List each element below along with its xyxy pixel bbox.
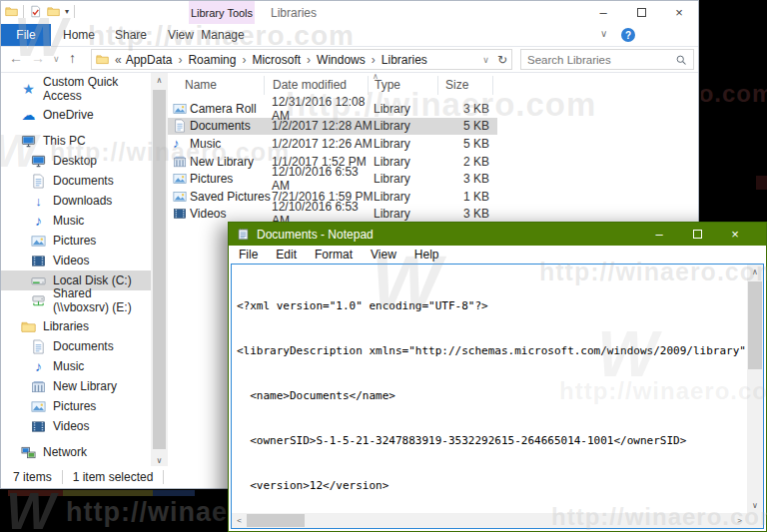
file-row-documents-selected[interactable]: Documents 1/2/2017 12:28 AM Library 5 KB	[168, 118, 497, 136]
scrollbar-thumb[interactable]	[748, 281, 762, 369]
tab-manage[interactable]: Manage	[197, 24, 249, 46]
menu-view[interactable]: View	[362, 248, 405, 262]
sidebar-item-this-pc[interactable]: This PC	[1, 131, 151, 151]
address-bar[interactable]: « AppData › Roaming › Microsoft › Window…	[91, 49, 512, 70]
sidebar-item-desktop[interactable]: Desktop	[1, 151, 151, 171]
scroll-down-icon[interactable]: ∨	[747, 498, 763, 513]
file-row-pictures[interactable]: Pictures 12/10/2016 6:53 AM Library 3 KB	[168, 170, 700, 188]
sidebar-item-custom-quick-access[interactable]: ★Custom Quick Access	[1, 79, 151, 99]
breadcrumb-libraries[interactable]: Libraries	[380, 53, 429, 67]
desktop-icon	[31, 154, 46, 169]
column-header-size[interactable]: Size	[445, 78, 468, 92]
sidebar-item-libraries-music[interactable]: ♪Music	[1, 356, 151, 376]
library-tools-contextual-tab[interactable]: Library Tools	[189, 1, 255, 24]
column-header-name[interactable]: Name	[185, 78, 217, 92]
column-divider[interactable]	[368, 76, 369, 95]
breadcrumb-chevron-icon[interactable]: ›	[303, 53, 315, 67]
document-icon	[31, 339, 46, 354]
sidebar-item-pictures[interactable]: Pictures	[1, 231, 151, 251]
sidebar-item-libraries-pictures[interactable]: Pictures	[1, 396, 151, 416]
sidebar-item-label: Documents	[53, 339, 114, 353]
search-placeholder: Search Libraries	[527, 54, 611, 66]
horizontal-scrollbar[interactable]: < >	[232, 513, 747, 528]
help-icon[interactable]: ?	[621, 28, 635, 42]
breadcrumb-roaming[interactable]: Roaming	[186, 53, 238, 67]
notepad-text-area[interactable]: <?xml version="1.0" encoding="UTF-8"?> <…	[231, 264, 764, 529]
properties-icon[interactable]	[29, 5, 42, 18]
sidebar-item-libraries-documents[interactable]: Documents	[1, 336, 151, 356]
close-button[interactable]: ×	[716, 223, 754, 246]
up-button[interactable]: ↑	[69, 51, 76, 65]
breadcrumb-overflow-icon[interactable]: «	[113, 53, 124, 67]
tab-share[interactable]: Share	[107, 24, 155, 46]
file-row-music[interactable]: ♪ Music 1/2/2017 12:26 AM Library 5 KB	[168, 135, 700, 153]
sidebar-item-music[interactable]: ♪Music	[1, 211, 151, 231]
menu-edit[interactable]: Edit	[267, 248, 306, 262]
search-box[interactable]: Search Libraries	[520, 49, 694, 70]
file-name: Pictures	[190, 172, 272, 186]
minimize-button[interactable]: –	[640, 223, 678, 246]
watermark-fragment: http://winaero.com	[701, 80, 767, 110]
scroll-up-icon[interactable]: ∧	[747, 265, 763, 279]
recent-locations-dropdown-icon[interactable]: ∨	[53, 55, 60, 64]
sidebar-item-shared-vboxsrv[interactable]: Shared (\\vboxsrv) (E:)	[1, 290, 151, 310]
scroll-left-icon[interactable]: <	[232, 513, 247, 528]
address-dropdown-icon[interactable]: ∨	[482, 55, 489, 65]
location-folder-icon	[96, 53, 109, 66]
scroll-right-icon[interactable]: >	[732, 513, 747, 528]
menu-help[interactable]: Help	[405, 248, 448, 262]
scrollbar-thumb[interactable]	[153, 90, 166, 449]
sidebar-item-documents[interactable]: Documents	[1, 171, 151, 191]
column-divider[interactable]	[264, 76, 265, 95]
breadcrumb-windows[interactable]: Windows	[315, 53, 368, 67]
forward-button[interactable]: →	[31, 51, 45, 65]
music-note-icon: ♪	[168, 137, 190, 150]
column-header-type[interactable]: Type	[375, 78, 400, 92]
tab-file[interactable]: File	[1, 24, 51, 46]
xml-document-content[interactable]: <?xml version="1.0" encoding="UTF-8"?> <…	[237, 268, 745, 529]
breadcrumb-appdata[interactable]: AppData	[124, 53, 175, 67]
scrollbar-thumb[interactable]	[247, 514, 305, 527]
breadcrumb-chevron-icon[interactable]: ›	[368, 53, 380, 67]
minimize-button[interactable]: –	[584, 1, 622, 23]
sidebar-item-new-library[interactable]: New Library	[1, 376, 151, 396]
breadcrumb-microsoft[interactable]: Microsoft	[250, 53, 303, 67]
close-button[interactable]: ×	[660, 1, 698, 23]
navigation-bar: ← → ∨ ↑ « AppData › Roaming › Microsoft …	[1, 47, 698, 73]
sidebar-scrollbar[interactable]: ∧ ∨	[151, 73, 168, 468]
customize-qat-dropdown-icon[interactable]: ▾	[65, 8, 69, 16]
file-date: 1/2/2017 12:28 AM	[272, 119, 374, 133]
sidebar-item-network[interactable]: Network	[1, 442, 151, 462]
tab-home[interactable]: Home	[55, 24, 103, 46]
column-divider[interactable]	[437, 76, 438, 95]
file-row-new-library[interactable]: New Library 1/1/2017 1:52 PM Library 2 K…	[168, 153, 700, 171]
column-divider[interactable]	[492, 76, 493, 95]
sidebar-item-label: Videos	[53, 254, 89, 267]
file-row-saved-pictures[interactable]: Saved Pictures 7/21/2016 1:59 PM Library…	[168, 188, 700, 206]
back-button[interactable]: ←	[9, 51, 23, 65]
file-row-camera-roll[interactable]: Camera Roll 12/31/2016 12:08 AM Library …	[168, 100, 700, 118]
file-row-videos[interactable]: Videos 12/10/2016 6:53 AM Library 3 KB	[168, 206, 700, 224]
refresh-icon[interactable]: ↻	[497, 53, 507, 67]
breadcrumb-chevron-icon[interactable]: ›	[238, 53, 250, 67]
new-folder-icon[interactable]	[47, 5, 60, 18]
sidebar-item-videos[interactable]: Videos	[1, 251, 151, 270]
notepad-titlebar[interactable]: Documents - Notepad – ×	[229, 223, 766, 246]
vertical-scrollbar[interactable]: ∧ ∨	[747, 265, 763, 513]
sidebar-item-onedrive[interactable]: ☁OneDrive	[1, 105, 151, 125]
sidebar-item-libraries-videos[interactable]: Videos	[1, 416, 151, 436]
sidebar-item-downloads[interactable]: ↓Downloads	[1, 191, 151, 211]
column-header-date-modified[interactable]: Date modified	[273, 78, 347, 92]
scroll-up-icon[interactable]: ∧	[151, 73, 168, 88]
resize-grip[interactable]	[747, 513, 763, 528]
search-icon[interactable]	[675, 54, 687, 66]
maximize-button[interactable]	[622, 1, 660, 23]
menu-format[interactable]: Format	[306, 248, 362, 262]
library-icon	[31, 379, 46, 394]
breadcrumb-chevron-icon[interactable]: ›	[174, 53, 186, 67]
expand-ribbon-icon[interactable]: ∨	[600, 28, 607, 39]
sidebar-item-label: Documents	[53, 174, 114, 188]
sidebar-item-libraries[interactable]: Libraries	[1, 316, 151, 336]
menu-file[interactable]: File	[229, 248, 267, 262]
maximize-button[interactable]	[678, 223, 716, 246]
